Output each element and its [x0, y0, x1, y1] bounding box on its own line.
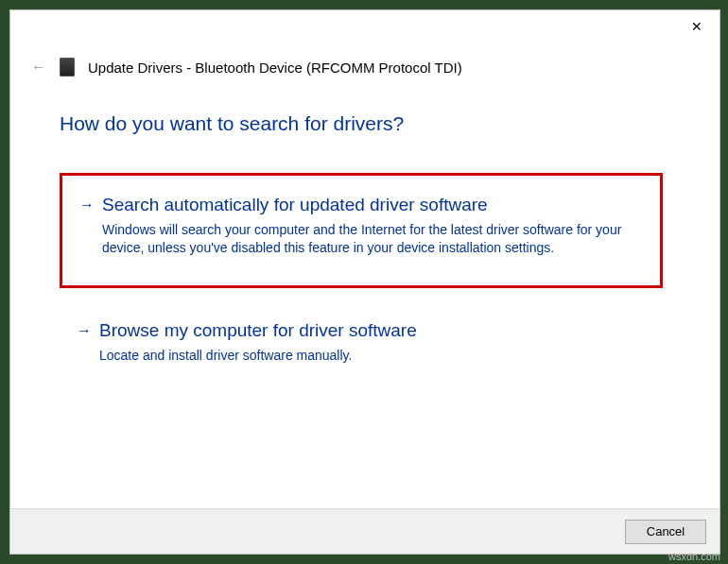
arrow-right-icon: → — [77, 318, 92, 343]
option-description: Locate and install driver software manua… — [99, 347, 629, 365]
update-drivers-dialog: ✕ ← Update Drivers - Bluetooth Device (R… — [9, 9, 720, 555]
dialog-header: ← Update Drivers - Bluetooth Device (RFC… — [31, 58, 691, 77]
option-search-automatically[interactable]: → Search automatically for updated drive… — [60, 173, 663, 288]
option-header: → Search automatically for updated drive… — [79, 193, 643, 217]
option-title: Search automatically for updated driver … — [102, 193, 488, 217]
arrow-right-icon: → — [79, 193, 95, 217]
option-title: Browse my computer for driver software — [99, 318, 417, 343]
cancel-button[interactable]: Cancel — [625, 520, 706, 544]
back-arrow-icon[interactable]: ← — [31, 59, 46, 76]
close-button[interactable]: ✕ — [684, 16, 710, 37]
driver-search-options: → Search automatically for updated drive… — [60, 173, 663, 406]
watermark-text: wsxdn.com — [668, 551, 720, 562]
page-heading: How do you want to search for drivers? — [60, 112, 404, 135]
device-icon — [60, 58, 75, 77]
dialog-footer: Cancel — [10, 508, 719, 554]
option-browse-computer[interactable]: → Browse my computer for driver software… — [60, 305, 663, 389]
close-icon: ✕ — [691, 19, 702, 34]
option-description: Windows will search your computer and th… — [102, 221, 632, 257]
dialog-title: Update Drivers - Bluetooth Device (RFCOM… — [88, 60, 462, 76]
option-header: → Browse my computer for driver software — [77, 318, 646, 343]
